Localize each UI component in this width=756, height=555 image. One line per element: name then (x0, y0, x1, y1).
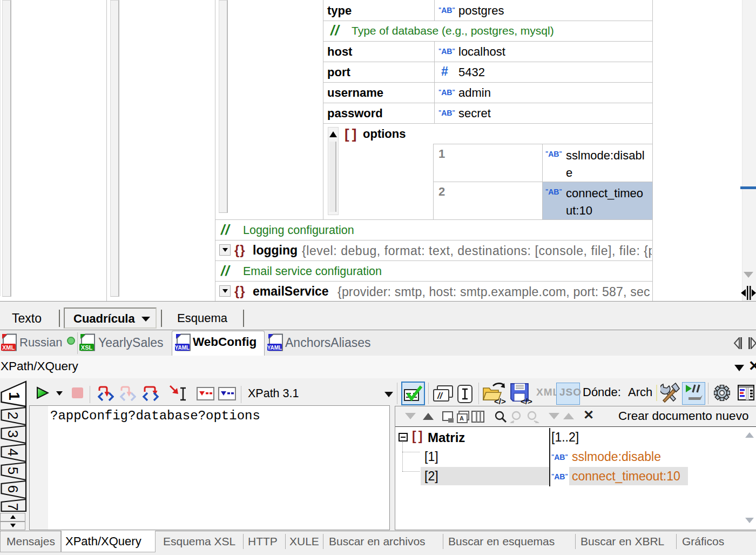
svg-text://: // (437, 391, 443, 400)
svg-text:1: 1 (6, 392, 23, 400)
svg-text:YAML: YAML (267, 345, 282, 351)
svg-text:YAML: YAML (175, 345, 190, 351)
svg-text:4: 4 (5, 449, 21, 456)
svg-text:A: A (460, 415, 464, 422)
svg-text:2: 2 (5, 412, 21, 419)
svg-text:3: 3 (5, 430, 21, 438)
svg-text:</>: </> (521, 397, 532, 405)
svg-text:7: 7 (5, 503, 21, 511)
svg-text:XML: XML (2, 344, 15, 351)
svg-text:XSL: XSL (81, 344, 93, 351)
svg-text:6: 6 (5, 485, 21, 493)
svg-text:</>: </> (494, 397, 506, 405)
svg-text:5: 5 (5, 467, 21, 474)
